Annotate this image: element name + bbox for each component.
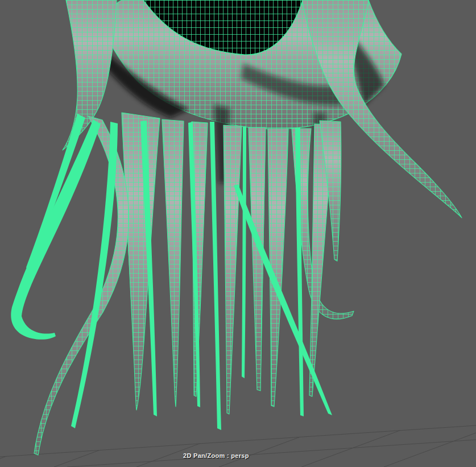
scene-render [0,0,476,467]
maya-3d-viewport[interactable]: 2D Pan/Zoom : persp [0,0,476,467]
hud-2d-panzoom-label: 2D Pan/Zoom : persp [183,452,249,459]
